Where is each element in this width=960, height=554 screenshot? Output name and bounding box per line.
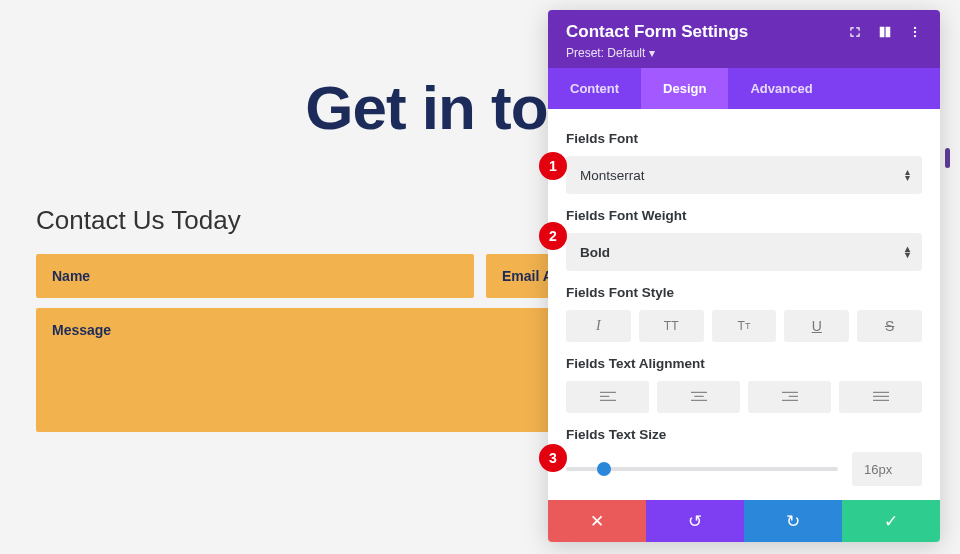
step-badge-2: 2 [539, 222, 567, 250]
panel-body: Fields Font Montserrat ▴▾ Fields Font We… [548, 109, 940, 500]
fields-font-style-label: Fields Font Style [566, 285, 922, 300]
underline-button[interactable]: U [784, 310, 849, 342]
redo-button[interactable]: ↻ [744, 500, 842, 542]
italic-button[interactable]: I [566, 310, 631, 342]
fields-text-align-label: Fields Text Alignment [566, 356, 922, 371]
svg-point-1 [914, 31, 916, 33]
align-left-button[interactable] [566, 381, 649, 413]
strikethrough-button[interactable]: S [857, 310, 922, 342]
chevron-updown-icon: ▴▾ [905, 246, 910, 258]
fields-font-weight-select[interactable]: Bold ▴▾ [566, 233, 922, 271]
undo-button[interactable]: ↺ [646, 500, 744, 542]
panel-tabs: Content Design Advanced [548, 68, 940, 109]
columns-icon[interactable] [878, 25, 892, 39]
more-icon[interactable] [908, 25, 922, 39]
settings-panel: Contact Form Settings Preset: Default ▾ … [548, 10, 940, 542]
text-size-value[interactable]: 16px [852, 452, 922, 486]
align-center-button[interactable] [657, 381, 740, 413]
step-badge-1: 1 [539, 152, 567, 180]
scrollbar-thumb[interactable] [945, 148, 950, 168]
fields-font-label: Fields Font [566, 131, 922, 146]
smallcaps-button[interactable]: TT [712, 310, 777, 342]
svg-point-2 [914, 35, 916, 37]
panel-title: Contact Form Settings [566, 22, 748, 42]
slider-thumb[interactable] [597, 462, 611, 476]
panel-footer: ✕ ↺ ↻ ✓ [548, 500, 940, 542]
tab-content[interactable]: Content [548, 68, 641, 109]
expand-icon[interactable] [848, 25, 862, 39]
svg-point-0 [914, 27, 916, 29]
fields-font-weight-value: Bold [580, 245, 610, 260]
fields-font-weight-label: Fields Font Weight [566, 208, 922, 223]
fields-font-value: Montserrat [580, 168, 645, 183]
uppercase-button[interactable]: TT [639, 310, 704, 342]
align-justify-button[interactable] [839, 381, 922, 413]
message-placeholder: Message [52, 322, 111, 338]
step-badge-3: 3 [539, 444, 567, 472]
tab-advanced[interactable]: Advanced [728, 68, 834, 109]
cancel-button[interactable]: ✕ [548, 500, 646, 542]
chevron-updown-icon: ▴▾ [905, 169, 910, 181]
align-right-button[interactable] [748, 381, 831, 413]
fields-text-size-label: Fields Text Size [566, 427, 922, 442]
text-size-slider[interactable] [566, 467, 838, 471]
save-button[interactable]: ✓ [842, 500, 940, 542]
tab-design[interactable]: Design [641, 68, 728, 109]
name-field[interactable]: Name [36, 254, 474, 298]
fields-font-select[interactable]: Montserrat ▴▾ [566, 156, 922, 194]
panel-header: Contact Form Settings Preset: Default ▾ [548, 10, 940, 68]
preset-dropdown[interactable]: Preset: Default ▾ [566, 46, 922, 60]
